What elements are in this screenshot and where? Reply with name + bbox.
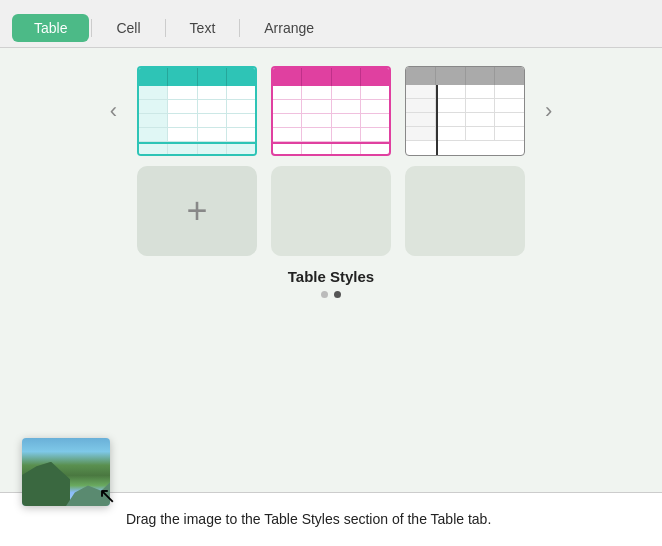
style-thumb-2[interactable]	[271, 166, 391, 256]
tab-cell[interactable]: Cell	[94, 14, 162, 42]
gray-table-preview[interactable]	[405, 66, 525, 156]
prev-arrow[interactable]: ‹	[104, 98, 123, 124]
pagination-dots	[321, 291, 341, 298]
tab-text[interactable]: Text	[168, 14, 238, 42]
tab-table[interactable]: Table	[12, 14, 89, 42]
cursor-icon: ↖	[98, 483, 116, 509]
tab-bar: Table Cell Text Arrange	[0, 0, 662, 48]
plus-icon: +	[186, 193, 207, 229]
panel: Table Cell Text Arrange ‹	[0, 0, 662, 546]
tab-divider-3	[239, 19, 240, 37]
tab-arrange[interactable]: Arrange	[242, 14, 336, 42]
tab-divider-2	[165, 19, 166, 37]
style-thumb-3[interactable]	[405, 166, 525, 256]
table-previews	[137, 66, 525, 156]
tooltip-text: Drag the image to the Table Styles secti…	[16, 505, 491, 530]
styles-label: Table Styles	[288, 268, 374, 285]
drag-image[interactable]	[22, 438, 110, 506]
dot-1[interactable]	[321, 291, 328, 298]
lower-section: ↖ Drag the image to the Table Styles sec…	[0, 492, 662, 546]
styles-row-2: +	[85, 166, 577, 256]
tab-divider-1	[91, 19, 92, 37]
add-style-button[interactable]: +	[137, 166, 257, 256]
content-area: ‹	[0, 48, 662, 492]
col-divider	[436, 85, 438, 156]
teal-table-preview[interactable]	[137, 66, 257, 156]
next-arrow[interactable]: ›	[539, 98, 558, 124]
styles-row-1: ‹	[20, 66, 642, 156]
landscape-canvas	[22, 438, 110, 506]
dot-2[interactable]	[334, 291, 341, 298]
pink-table-preview[interactable]	[271, 66, 391, 156]
